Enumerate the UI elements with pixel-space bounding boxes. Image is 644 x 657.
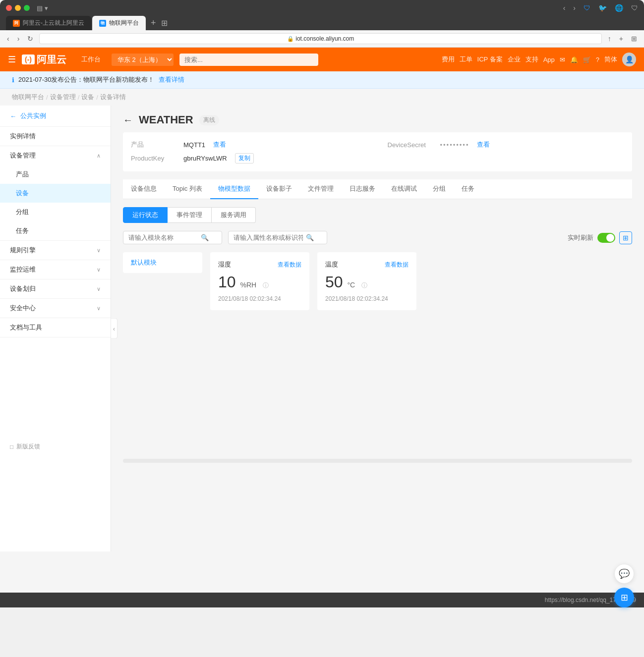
back-button[interactable]: ‹ [5,34,11,44]
tab-grid-btn[interactable]: ⊞ [161,18,168,28]
new-tab-btn[interactable]: + [151,18,156,28]
devicesecret-link[interactable]: 查看 [477,140,490,149]
tab-task-label: 任务 [462,185,474,192]
sidebar-label-security: 安全中心 [10,304,36,313]
sidebar-monitor-header[interactable]: 监控运维 ∨ [0,260,111,279]
temperature-data-link[interactable]: 查看数据 [385,261,409,269]
sidebar-back[interactable]: ← 公共实例 [0,106,111,127]
maximize-btn[interactable] [24,5,30,11]
sidebar-group-rules: 规则引擎 ∨ [0,241,111,260]
bell-icon[interactable]: 🔔 [570,56,578,63]
announcement-bar: ℹ 2021-07-30发布公告：物联网平台新功能发布！ 查看详情 [0,71,644,89]
subtab-run-status[interactable]: 运行状态 [123,207,168,223]
default-module-card[interactable]: 默认模块 [123,252,202,273]
tab-device-info[interactable]: 设备信息 [123,179,165,199]
tab-task[interactable]: 任务 [454,179,482,199]
realtime-switch[interactable] [597,233,615,243]
app-link[interactable]: App [543,56,555,63]
tab-aliyun-label: 阿里云-上云就上阿里云 [23,19,84,27]
feedback-btn[interactable]: □ 新版反馈 [0,437,111,457]
meta-row-productkey: ProductKey gbruRYswLWR 复制 [131,153,368,164]
tab-online-debug[interactable]: 在线调试 [383,179,425,199]
breadcrumb-device-mgmt[interactable]: 设备管理 [50,93,76,102]
humidity-time: 2021/08/18 02:02:34.24 [218,295,301,302]
sidebar-group-device-header[interactable]: 设备管理 ∧ [0,146,111,165]
temperature-info-icon: ⓘ [361,282,367,289]
humidity-data-link[interactable]: 查看数据 [278,261,301,269]
sidebar-assign-header[interactable]: 设备划归 ∨ [0,279,111,298]
apps-float-btn[interactable]: ⊞ [614,588,634,607]
grid-view-btn[interactable]: ⊞ [619,231,632,244]
sidebar-rules-header[interactable]: 规则引擎 ∨ [0,241,111,260]
tab-device-shadow[interactable]: 设备影子 [258,179,300,199]
browser-ext2-icon: 🐦 [598,4,607,12]
sidebar-collapse-btn[interactable]: ‹ [111,319,117,339]
sidebar-group-monitor: 监控运维 ∨ [0,260,111,279]
icp-link[interactable]: ICP 备案 [477,55,503,64]
language-toggle[interactable]: 简体 [604,55,617,64]
feedback-label: 新版反馈 [16,442,40,451]
sidebar-item-tasks[interactable]: 任务 [0,221,111,240]
tab-log-service[interactable]: 日志服务 [342,179,383,199]
temperature-title: 温度 [325,260,338,269]
device-header: ← WEATHER 离线 [123,106,632,132]
back-nav-btn[interactable]: ‹ [563,4,566,12]
productkey-copy-btn[interactable]: 复制 [235,153,254,164]
tab-log-service-label: 日志服务 [350,185,375,192]
sidebar-security-header[interactable]: 安全中心 ∨ [0,299,111,318]
sidebar-item-products[interactable]: 产品 [0,165,111,184]
sidebar-item-instance-detail[interactable]: 实例详情 [0,127,111,146]
address-input-wrapper[interactable]: 🔒 iot.console.aliyun.com [39,33,601,44]
sidebar-label-tasks: 任务 [16,226,29,235]
region-selector[interactable]: 华东 2（上海） [112,54,174,66]
breadcrumb-devices[interactable]: 设备 [81,93,94,102]
close-btn[interactable] [6,5,12,11]
browser-ext3-icon: 🌐 [615,4,623,12]
subtab-service-call[interactable]: 服务调用 [212,207,256,223]
sidebar-item-groups[interactable]: 分组 [0,203,111,221]
help-icon[interactable]: ? [596,56,599,63]
reload-button[interactable]: ↻ [25,34,35,44]
cart-icon[interactable]: 🛒 [583,56,591,63]
address-text: iot.console.aliyun.com [295,35,354,42]
workorder-link[interactable]: 工单 [460,55,472,64]
enterprise-link[interactable]: 企业 [508,55,521,64]
announcement-link[interactable]: 查看详情 [159,75,184,84]
tab-file-mgmt[interactable]: 文件管理 [300,179,342,199]
minimize-btn[interactable] [15,5,21,11]
hamburger-menu[interactable]: ☰ [8,54,16,65]
search-input[interactable] [179,54,318,66]
extensions-button[interactable]: ⊞ [629,34,639,44]
sidebar-label-docs: 文档与工具 [10,323,42,332]
avatar[interactable]: 👤 [622,53,636,66]
breadcrumb: 物联网平台 / 设备管理 / 设备 / 设备详情 [0,89,644,106]
subtab-event-mgmt[interactable]: 事件管理 [168,207,212,223]
tab-topic-list[interactable]: Topic 列表 [165,179,210,199]
device-back-btn[interactable]: ← [123,114,133,126]
support-link[interactable]: 支持 [526,55,538,64]
sidebar-item-devices[interactable]: 设备 [0,184,111,203]
module-filter-input[interactable] [128,234,198,241]
devicesecret-label: DeviceSecret [388,141,432,149]
fees-link[interactable]: 费用 [442,55,455,64]
sidebar-item-docs[interactable]: 文档与工具 [0,318,111,337]
add-bookmark-button[interactable]: + [617,34,625,44]
humidity-value: 10 %RH ⓘ [218,273,301,291]
forward-nav-btn[interactable]: › [573,4,576,12]
content-layout: ← 公共实例 实例详情 设备管理 ∧ 产品 设备 [0,106,644,551]
tab-aliyun[interactable]: 阿 阿里云-上云就上阿里云 [6,16,91,30]
tab-group[interactable]: 分组 [425,179,454,199]
product-link[interactable]: 查看 [213,140,226,149]
share-button[interactable]: ↑ [606,34,613,44]
sidebar-label-devices: 设备 [16,189,29,198]
horizontal-scrollbar[interactable] [123,459,632,463]
tab-iot-model[interactable]: 物模型数据 [210,179,258,199]
forward-button[interactable]: › [15,34,22,44]
breadcrumb-sep1: / [46,94,48,101]
tab-iot[interactable]: 物 物联网平台 [92,16,146,30]
workbench-link[interactable]: 工作台 [76,53,106,66]
attr-filter-input[interactable] [234,234,303,241]
breadcrumb-iot[interactable]: 物联网平台 [12,93,44,102]
message-icon[interactable]: ✉ [560,56,565,63]
chat-float-btn[interactable]: 💬 [614,564,634,584]
